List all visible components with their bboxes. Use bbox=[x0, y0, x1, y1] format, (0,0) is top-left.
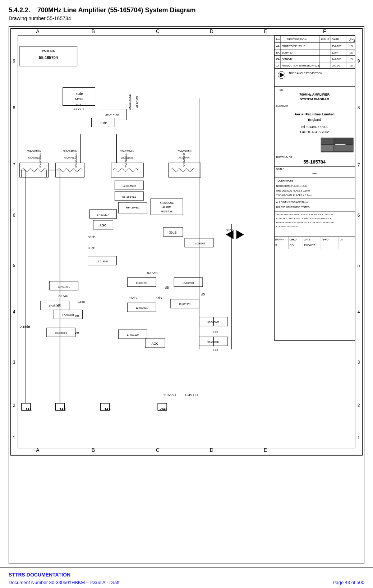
drawing-number: Drawing number 55-165784 bbox=[9, 15, 364, 21]
svg-text:1A: 1A bbox=[276, 64, 279, 67]
svg-text:3: 3 bbox=[353, 39, 355, 42]
svg-text:AA: AA bbox=[276, 45, 280, 47]
svg-text:ISSUE: ISSUE bbox=[321, 38, 330, 41]
document-number: Document Number 80-330501HBKM – Issue A … bbox=[9, 580, 120, 585]
svg-text:CA: CA bbox=[276, 58, 280, 60]
svg-text:AGC: AGC bbox=[151, 342, 158, 345]
svg-text:2: 2 bbox=[13, 403, 15, 408]
svg-text:06/11/07: 06/11/07 bbox=[332, 64, 341, 67]
svg-text:DESCRIPTION: DESCRIPTION bbox=[287, 38, 307, 41]
svg-text:7: 7 bbox=[358, 162, 360, 167]
svg-text:DN: DN bbox=[340, 238, 343, 241]
svg-text:02-007201: 02-007201 bbox=[28, 157, 40, 160]
svg-text:764-776MHz: 764-776MHz bbox=[120, 150, 134, 152]
svg-text:12-018002: 12-018002 bbox=[96, 260, 108, 263]
svg-text:854-869MHz: 854-869MHz bbox=[39, 153, 42, 167]
svg-text:1: 1 bbox=[13, 435, 15, 440]
svg-text:B: B bbox=[92, 28, 95, 34]
svg-text:15dB: 15dB bbox=[129, 296, 137, 300]
svg-text:THIRD ANGLE PROJECTION: THIRD ANGLE PROJECTION bbox=[289, 72, 322, 74]
svg-text:C: C bbox=[156, 447, 160, 453]
svg-rect-31 bbox=[275, 36, 355, 340]
svg-text:PRODUCTION ISSUE (ECN4628): PRODUCTION ISSUE (ECN4628) bbox=[281, 64, 320, 67]
svg-text:ANALOGUE: ANALOGUE bbox=[128, 94, 132, 110]
section-title: 5.4.2.2. 700MHz Line Amplifier (55-16570… bbox=[9, 6, 364, 14]
svg-text:8: 8 bbox=[13, 105, 15, 110]
svg-text:B: B bbox=[92, 447, 95, 453]
svg-text:8: 8 bbox=[358, 105, 360, 110]
svg-text:DATE: DATE bbox=[304, 238, 310, 241]
page-number: Page 43 of 500 bbox=[333, 580, 364, 585]
svg-text:809-824MHz: 809-824MHz bbox=[63, 150, 77, 152]
svg-text:CHKD: CHKD bbox=[289, 238, 296, 241]
svg-text:cB: cB bbox=[75, 314, 79, 318]
svg-text:3: 3 bbox=[358, 360, 360, 365]
svg-text:APPD: APPD bbox=[322, 238, 328, 241]
svg-text:7: 7 bbox=[13, 162, 15, 167]
svg-text:TOLERANCES: TOLERANCES bbox=[276, 179, 293, 182]
svg-text:A: A bbox=[36, 447, 40, 453]
svg-text:LS: LS bbox=[350, 45, 353, 47]
svg-text:3: 3 bbox=[13, 360, 15, 365]
svg-text:—: — bbox=[313, 171, 317, 175]
svg-text:794-806MHz: 794-806MHz bbox=[178, 150, 192, 152]
section-number: 5.4.2.2. bbox=[9, 6, 30, 14]
svg-text:BY AERIAL FACILITIES LTD.: BY AERIAL FACILITIES LTD. bbox=[276, 225, 301, 228]
svg-text:764-776MHz: 764-776MHz bbox=[125, 153, 128, 167]
svg-text:30dB: 30dB bbox=[88, 235, 96, 239]
svg-text:REPRODUCTION OR USE OF THIS DE: REPRODUCTION OR USE OF THIS DESIGN IS EX… bbox=[276, 217, 331, 220]
svg-rect-76 bbox=[334, 138, 353, 144]
svg-rect-75 bbox=[321, 145, 333, 151]
svg-text:12-021901: 12-021901 bbox=[58, 285, 70, 288]
svg-text:0-15dB: 0-15dB bbox=[59, 295, 68, 298]
svg-text:DRAWN: DRAWN bbox=[275, 238, 284, 241]
svg-text:ONE DECIMAL PLACE ± 0.5mm: ONE DECIMAL PLACE ± 0.5mm bbox=[276, 189, 310, 192]
diagram-container: A B C D E F A B C D E 9 8 7 6 5 4 3 bbox=[0, 23, 373, 564]
svg-text:12/07: 12/07 bbox=[332, 51, 338, 54]
svg-text:GD: GD bbox=[289, 244, 294, 247]
svg-text:794-806MHz: 794-806MHz bbox=[183, 153, 185, 167]
svg-text:17-001201: 17-001201 bbox=[49, 305, 61, 307]
svg-text:02-007201: 02-007201 bbox=[64, 157, 76, 160]
svg-text:1dB: 1dB bbox=[156, 296, 162, 300]
svg-text:Tel : 01494 777000: Tel : 01494 777000 bbox=[301, 125, 328, 129]
diagram-svg: A B C D E F A B C D E 9 8 7 6 5 4 3 bbox=[9, 27, 364, 457]
diagram-image-area: A B C D E F A B C D E 9 8 7 6 5 4 3 bbox=[9, 26, 364, 564]
svg-text:NO DECIMAL PLACE ± 1mm: NO DECIMAL PLACE ± 1mm bbox=[276, 185, 307, 187]
svg-text:RF OUT: RF OUT bbox=[74, 108, 84, 111]
svg-text:6: 6 bbox=[13, 213, 15, 218]
svg-text:RF LEVEL: RF LEVEL bbox=[126, 206, 139, 209]
svg-text:dB: dB bbox=[165, 286, 169, 289]
svg-text:MONITOR: MONITOR bbox=[161, 210, 173, 213]
svg-text:17-001201: 17-001201 bbox=[136, 282, 148, 284]
svg-text:P1A: P1A bbox=[76, 103, 82, 106]
svg-text:E: E bbox=[264, 28, 267, 34]
section-heading: 700MHz Line Amplifier (55-165704) System… bbox=[37, 6, 196, 14]
svg-text:809-824MHz: 809-824MHz bbox=[75, 153, 78, 167]
svg-text:17-001201: 17-001201 bbox=[62, 314, 74, 316]
svg-text:4: 4 bbox=[358, 309, 360, 314]
svg-marker-198 bbox=[237, 230, 244, 239]
svg-text:D: D bbox=[210, 28, 213, 34]
svg-text:No: No bbox=[276, 38, 280, 41]
svg-rect-74 bbox=[321, 138, 333, 144]
svg-text:0-15dB: 0-15dB bbox=[20, 325, 30, 329]
svg-text:12-021901: 12-021901 bbox=[179, 303, 190, 306]
svg-text:D: D bbox=[210, 447, 213, 453]
svg-text:5: 5 bbox=[13, 263, 15, 268]
svg-text:E: E bbox=[264, 447, 267, 453]
svg-text:LS: LS bbox=[350, 58, 353, 60]
svg-text:FORBIDDEN UNLESS PREVIOUSLY AU: FORBIDDEN UNLESS PREVIOUSLY AUTHORISED I… bbox=[276, 221, 334, 224]
svg-text:15dB: 15dB bbox=[78, 300, 85, 303]
svg-text:S: S bbox=[275, 244, 277, 247]
svg-text:DC: DC bbox=[213, 330, 218, 334]
svg-text:Fax : 01494 777002: Fax : 01494 777002 bbox=[300, 130, 329, 134]
svg-text:30dB: 30dB bbox=[169, 231, 177, 234]
page-header: 5.4.2.2. 700MHz Line Amplifier (55-16570… bbox=[0, 0, 373, 23]
svg-text:17-001117: 17-001117 bbox=[97, 213, 109, 216]
svg-text:TWO DECIMAL PLACES ± 0.1mm: TWO DECIMAL PLACES ± 0.1mm bbox=[276, 194, 312, 197]
svg-text:17-001109: 17-001109 bbox=[127, 334, 139, 336]
svg-text:DC: DC bbox=[213, 348, 218, 352]
svg-text:DATE: DATE bbox=[332, 38, 339, 41]
svg-text:C: C bbox=[156, 28, 160, 34]
